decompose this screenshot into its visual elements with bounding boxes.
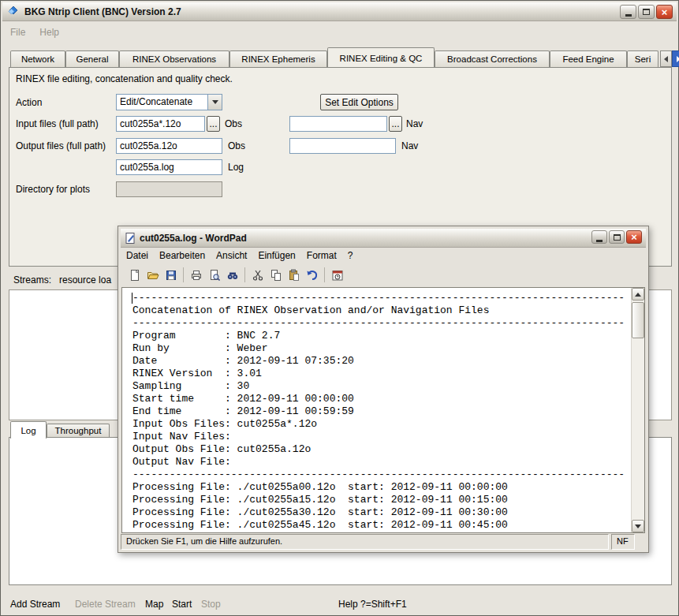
minimize-icon[interactable] [620,5,636,19]
bnc-app-icon [7,6,20,18]
print-preview-icon[interactable] [205,267,223,284]
undo-icon[interactable] [303,267,321,284]
main-window: BKG Ntrip Client (BNC) Version 2.7 × Fil… [0,0,679,616]
action-selected-value: Edit/Concatenate [117,95,207,110]
maximize-icon[interactable] [638,5,655,19]
wordpad-document-area[interactable]: ----------------------------------------… [121,287,645,533]
wordpad-document-icon [124,232,136,245]
tab-broadcast-corrections[interactable]: Broadcast Corrections [435,50,550,67]
set-edit-options-button[interactable]: Set Edit Options [320,94,398,110]
menu-einfuegen[interactable]: Einfügen [252,248,300,263]
menu-file[interactable]: File [3,27,32,38]
scroll-up-icon[interactable] [632,288,644,301]
scroll-down-icon[interactable] [632,520,644,532]
wordpad-minimize-icon[interactable] [591,230,607,244]
output-nav-suffix-label: Nav [401,138,418,154]
tab-network[interactable]: Network [10,50,65,67]
print-icon[interactable] [187,267,205,284]
directory-plots-field [116,181,222,197]
tab-feed-engine[interactable]: Feed Engine [550,50,627,67]
main-titlebar[interactable]: BKG Ntrip Client (BNC) Version 2.7 × [2,2,677,21]
tab-scroll-left-button[interactable] [660,50,672,67]
pane-description: RINEX file editing, concatenation and qu… [16,71,233,87]
output-obs-file-field[interactable] [116,138,222,154]
output-nav-file-field[interactable] [289,138,396,154]
start-button[interactable]: Start [172,597,192,611]
cut-icon[interactable] [248,267,267,284]
save-icon[interactable] [162,267,180,284]
tab-bar: Network General RINEX Observations RINEX… [10,47,679,67]
output-log-suffix-label: Log [228,159,244,175]
wordpad-titlebar[interactable]: cut0255a.log - WordPad × [121,229,646,248]
wordpad-window[interactable]: cut0255a.log - WordPad × Datei Bearbeite… [118,226,649,553]
tab-serial[interactable]: Seri [627,50,658,67]
paste-icon[interactable] [285,267,303,284]
menu-format[interactable]: Format [301,248,342,263]
browse-input-obs-button[interactable]: ... [207,116,220,132]
date-time-icon[interactable] [328,267,346,284]
log-document-text[interactable]: ----------------------------------------… [132,292,625,532]
input-files-label: Input files (full path) [16,116,99,132]
input-obs-files-field[interactable] [116,116,205,132]
wordpad-close-icon[interactable]: × [626,230,642,244]
wordpad-menubar: Datei Bearbeiten Ansicht Einfügen Format… [121,248,359,263]
delete-stream-button[interactable]: Delete Stream [75,597,136,611]
toolbar-separator [244,267,245,282]
browse-input-nav-button[interactable]: ... [389,116,402,132]
map-button[interactable]: Map [145,597,163,611]
output-log-file-field[interactable] [116,159,222,175]
tab-log[interactable]: Log [10,421,47,439]
wordpad-maximize-icon[interactable] [609,230,625,244]
output-files-label: Output files (full path) [16,138,106,154]
add-stream-button[interactable]: Add Stream [10,597,60,611]
tab-rinex-observations[interactable]: RINEX Observations [119,50,229,67]
scrollbar-thumb[interactable] [632,302,644,338]
toolbar-separator [183,267,184,282]
chevron-down-icon[interactable] [207,95,222,110]
main-menubar: File Help [3,23,66,42]
tab-rinex-editing-qc[interactable]: RINEX Editing & QC [327,47,435,67]
main-window-title: BKG Ntrip Client (BNC) Version 2.7 [24,6,181,17]
find-icon[interactable] [223,267,241,284]
new-document-icon[interactable] [125,267,144,284]
menu-help[interactable]: Help [32,27,66,38]
output-obs-suffix-label: Obs [228,138,245,154]
wordpad-toolbar [121,263,646,286]
menu-datei[interactable]: Datei [121,248,154,263]
action-label: Action [16,95,42,110]
vertical-scrollbar[interactable] [631,288,644,532]
copy-icon[interactable] [267,267,285,284]
tab-general[interactable]: General [65,50,119,67]
wordpad-statusbar: Drücken Sie F1, um die Hilfe aufzurufen.… [121,534,646,550]
menu-bearbeiten[interactable]: Bearbeiten [154,248,211,263]
directory-plots-label: Directory for plots [16,181,90,197]
input-nav-files-field[interactable] [289,116,387,132]
open-icon[interactable] [144,267,162,284]
status-hint: Drücken Sie F1, um die Hilfe aufzurufen. [121,534,609,550]
tab-throughput[interactable]: Throughput [47,424,110,438]
close-icon[interactable]: × [656,5,673,19]
streams-label: Streams: resource loa [13,274,111,286]
input-nav-suffix-label: Nav [406,116,423,132]
stop-button[interactable]: Stop [201,597,221,611]
wordpad-window-title: cut0255a.log - WordPad [140,233,247,244]
tab-scroll-right-button[interactable] [672,50,679,67]
tab-rinex-ephemeris[interactable]: RINEX Ephemeris [229,50,327,67]
help-button[interactable]: Help ?=Shift+F1 [338,597,407,611]
menu-hilfe[interactable]: ? [342,248,359,263]
input-obs-suffix-label: Obs [225,116,242,132]
menu-ansicht[interactable]: Ansicht [211,248,252,263]
action-combobox[interactable]: Edit/Concatenate [116,94,222,110]
status-nf: NF [611,534,635,550]
toolbar-separator [324,267,325,282]
